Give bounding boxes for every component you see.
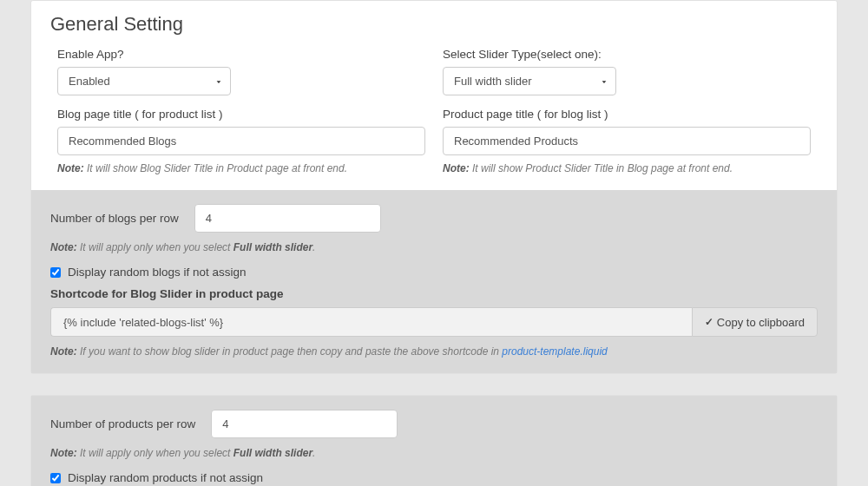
blogs-per-row-label: Number of blogs per row	[50, 212, 179, 225]
enable-app-label: Enable App?	[57, 48, 425, 61]
products-per-row-label: Number of products per row	[50, 417, 195, 430]
product-title-input[interactable]	[443, 127, 811, 155]
blog-settings-section: Number of blogs per row Note: It will ap…	[31, 190, 837, 373]
products-per-row-input[interactable]	[211, 410, 398, 438]
blog-shortcode-note: Note: If you want to show blog slider in…	[50, 345, 818, 358]
page-title: General Setting	[50, 13, 819, 36]
random-products-checkbox[interactable]	[50, 473, 61, 483]
blogs-per-row-note: Note: It will apply only when you select…	[50, 241, 818, 253]
product-title-note: Note: It will show Product Slider Title …	[443, 162, 811, 174]
random-products-label: Display random products if not assign	[68, 471, 263, 484]
random-blogs-checkbox[interactable]	[50, 267, 61, 278]
blog-copy-button[interactable]: ✓Copy to clipboard	[692, 307, 818, 337]
blog-title-input[interactable]	[57, 127, 425, 155]
blog-shortcode-input[interactable]	[50, 307, 692, 337]
product-settings-section: Number of products per row Note: It will…	[31, 396, 837, 486]
blog-shortcode-label: Shortcode for Blog Slider in product pag…	[50, 287, 818, 300]
product-title-label: Product page title ( for blog list )	[443, 108, 811, 121]
enable-app-select-wrap: Enabled	[57, 67, 231, 95]
enable-app-select[interactable]: Enabled	[57, 67, 231, 95]
products-per-row-note: Note: It will apply only when you select…	[50, 447, 818, 459]
check-icon: ✓	[705, 316, 713, 328]
random-blogs-label: Display random blogs if not assign	[68, 266, 247, 279]
slider-type-label: Select Slider Type(select one):	[443, 48, 811, 61]
slider-type-select-wrap: Full width slider	[443, 67, 616, 95]
slider-type-select[interactable]: Full width slider	[443, 67, 616, 95]
product-template-link[interactable]: product-template.liquid	[502, 345, 607, 358]
blog-title-label: Blog page title ( for product list )	[57, 108, 425, 121]
blog-title-note: Note: It will show Blog Slider Title in …	[57, 162, 425, 174]
blogs-per-row-input[interactable]	[194, 204, 381, 233]
